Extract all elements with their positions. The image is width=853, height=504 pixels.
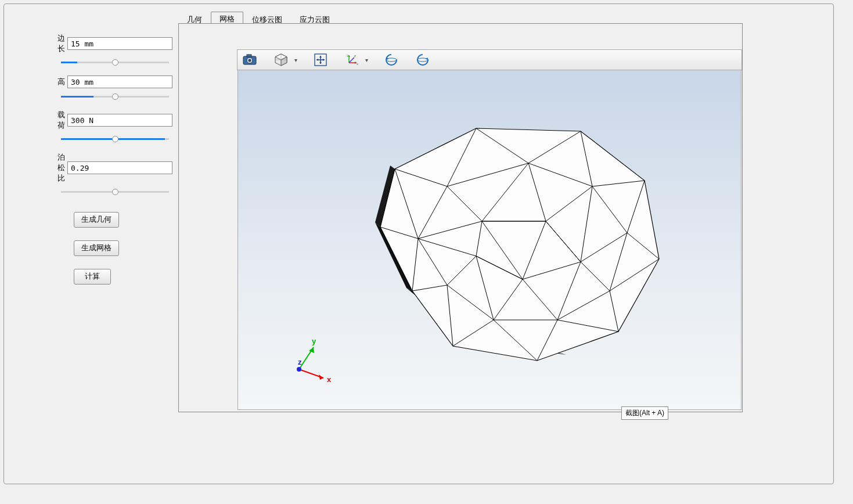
param-load: 载荷: [56, 110, 172, 131]
rotate-ccw-icon[interactable]: [381, 51, 401, 69]
view-mode-cube-icon[interactable]: [271, 51, 291, 69]
svg-rect-1: [247, 55, 251, 57]
svg-text:y: y: [347, 53, 348, 57]
svg-point-3: [249, 59, 251, 62]
rotate-cw-icon[interactable]: [413, 51, 433, 69]
poisson-ratio-slider[interactable]: [61, 191, 169, 193]
camera-snapshot-icon[interactable]: [240, 51, 260, 69]
svg-point-13: [386, 55, 397, 65]
pan-move-icon[interactable]: [311, 51, 330, 69]
parameter-panel: 边长 高 载荷 泊松比 生成几何 生成网格 计算: [56, 33, 172, 297]
orientation-dropdown-icon[interactable]: ▾: [363, 57, 370, 63]
svg-point-14: [386, 58, 397, 62]
height-slider[interactable]: [61, 96, 169, 98]
param-label-load: 载荷: [56, 110, 67, 131]
edge-length-slider[interactable]: [61, 62, 169, 63]
poisson-ratio-input[interactable]: [67, 161, 172, 174]
load-input[interactable]: [67, 114, 172, 127]
main-window: 边长 高 载荷 泊松比 生成几何 生成网格 计算 几何 网格 位移云图 应力云图: [3, 3, 834, 484]
generate-mesh-button[interactable]: 生成网格: [74, 240, 119, 256]
generate-geometry-button[interactable]: 生成几何: [74, 212, 119, 228]
mesh-view-panel: ▾ xyz ▾: [178, 23, 743, 412]
compute-button[interactable]: 计算: [74, 269, 111, 285]
mesh-viewer-canvas[interactable]: x y z: [237, 70, 742, 410]
screenshot-tooltip: 截图(Alt + A): [621, 406, 668, 420]
axis-z-label: z: [298, 358, 302, 366]
param-edge-length: 边长: [56, 33, 172, 54]
mesh-model: [375, 128, 659, 361]
param-label-height: 高: [56, 77, 67, 87]
edge-length-input[interactable]: [67, 37, 172, 50]
svg-point-15: [417, 55, 428, 65]
param-label-edge: 边长: [56, 33, 67, 54]
svg-text:x: x: [357, 62, 358, 66]
view-mode-dropdown-icon[interactable]: ▾: [292, 57, 299, 63]
param-poisson: 泊松比: [56, 152, 172, 183]
orientation-axes-icon[interactable]: xyz: [342, 51, 362, 69]
viewer-toolbar: ▾ xyz ▾: [237, 49, 742, 70]
svg-point-19: [297, 367, 301, 372]
action-buttons: 生成几何 生成网格 计算: [74, 212, 172, 285]
param-height: 高: [56, 75, 172, 88]
svg-point-16: [417, 58, 428, 62]
svg-text:z: z: [354, 54, 356, 57]
height-input[interactable]: [67, 75, 172, 88]
axis-y-label: y: [312, 337, 316, 345]
load-slider[interactable]: [61, 138, 169, 140]
axis-x-label: x: [327, 375, 332, 384]
svg-line-9: [349, 57, 354, 63]
param-label-poisson: 泊松比: [56, 152, 67, 183]
